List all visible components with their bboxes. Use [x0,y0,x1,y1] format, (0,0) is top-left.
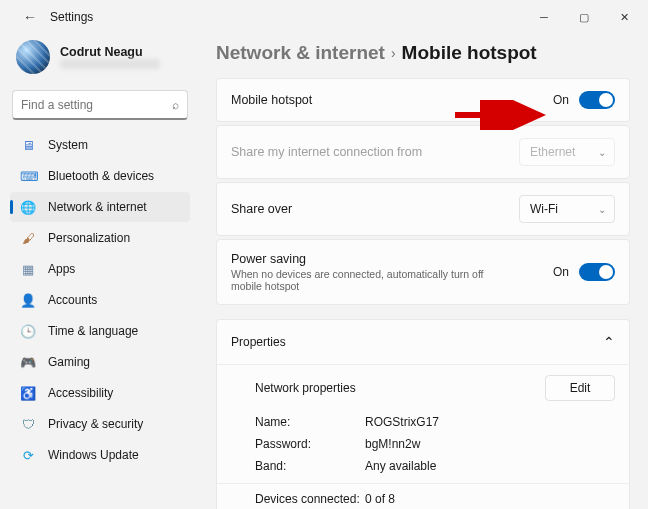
search-icon: ⌕ [172,98,179,112]
devices-label: Devices connected: [255,492,365,506]
prop-password-value: bgM!nn2w [365,437,420,451]
personalization-icon: 🖌 [20,231,36,246]
chevron-up-icon: ⌃ [603,334,615,350]
user-name: Codrut Neagu [60,45,160,59]
titlebar: ← Settings ─ ▢ ✕ [0,0,648,34]
main-content: Network & internet › Mobile hotspot Mobi… [200,34,648,509]
power-saving-toggle[interactable] [579,263,615,281]
minimize-button[interactable]: ─ [524,3,564,31]
sidebar-item-system[interactable]: 🖥System [10,130,190,160]
apps-icon: ▦ [20,262,36,277]
system-icon: 🖥 [20,138,36,153]
edit-button[interactable]: Edit [545,375,615,401]
maximize-button[interactable]: ▢ [564,3,604,31]
page-title: Mobile hotspot [402,42,537,64]
power-saving-sublabel: When no devices are connected, automatic… [231,268,511,292]
gaming-icon: 🎮 [20,355,36,370]
update-icon: ⟳ [20,448,36,463]
chevron-down-icon: ⌄ [598,147,606,158]
share-over-label: Share over [231,202,519,216]
time-icon: 🕒 [20,324,36,339]
privacy-icon: 🛡 [20,417,36,432]
properties-panel: Network properties Edit Name:ROGStrixG17… [216,364,630,509]
chevron-down-icon: ⌄ [598,204,606,215]
accounts-icon: 👤 [20,293,36,308]
hotspot-toggle[interactable] [579,91,615,109]
prop-band-label: Band: [255,459,365,473]
sidebar-item-accessibility[interactable]: ♿Accessibility [10,378,190,408]
bluetooth-icon: ⌨ [20,169,36,184]
user-email-redacted [60,59,160,69]
sidebar-item-accounts[interactable]: 👤Accounts [10,285,190,315]
nav-list: 🖥System ⌨Bluetooth & devices 🌐Network & … [8,130,192,470]
share-over-row: Share over Wi-Fi ⌄ [216,182,630,236]
sidebar-item-apps[interactable]: ▦Apps [10,254,190,284]
power-saving-label: Power saving [231,252,511,266]
search-box[interactable]: ⌕ [12,90,188,120]
close-button[interactable]: ✕ [604,3,644,31]
share-from-label: Share my internet connection from [231,145,519,159]
window-title: Settings [50,10,93,24]
share-over-select[interactable]: Wi-Fi ⌄ [519,195,615,223]
search-input[interactable] [21,98,172,112]
hotspot-state-text: On [553,93,569,107]
sidebar: Codrut Neagu ⌕ 🖥System ⌨Bluetooth & devi… [0,34,200,509]
prop-name-label: Name: [255,415,365,429]
prop-password-label: Password: [255,437,365,451]
sidebar-item-privacy[interactable]: 🛡Privacy & security [10,409,190,439]
mobile-hotspot-row: Mobile hotspot On [216,78,630,122]
breadcrumb-parent[interactable]: Network & internet [216,42,385,64]
avatar [16,40,50,74]
accessibility-icon: ♿ [20,386,36,401]
properties-expander[interactable]: Properties ⌃ [216,319,630,364]
devices-value: 0 of 8 [365,492,395,506]
sidebar-item-personalization[interactable]: 🖌Personalization [10,223,190,253]
power-saving-row: Power saving When no devices are connect… [216,239,630,305]
share-from-select: Ethernet ⌄ [519,138,615,166]
user-account[interactable]: Codrut Neagu [8,34,192,86]
power-saving-state-text: On [553,265,569,279]
sidebar-item-update[interactable]: ⟳Windows Update [10,440,190,470]
breadcrumb: Network & internet › Mobile hotspot [216,34,630,78]
sidebar-item-bluetooth[interactable]: ⌨Bluetooth & devices [10,161,190,191]
properties-title: Properties [231,335,286,349]
prop-name-value: ROGStrixG17 [365,415,439,429]
network-properties-label: Network properties [255,381,356,395]
back-button[interactable]: ← [16,9,44,25]
sidebar-item-gaming[interactable]: 🎮Gaming [10,347,190,377]
prop-band-value: Any available [365,459,436,473]
sidebar-item-time[interactable]: 🕒Time & language [10,316,190,346]
mobile-hotspot-label: Mobile hotspot [231,93,553,107]
share-from-row: Share my internet connection from Ethern… [216,125,630,179]
chevron-right-icon: › [391,45,396,61]
sidebar-item-network[interactable]: 🌐Network & internet [10,192,190,222]
network-icon: 🌐 [20,200,36,215]
